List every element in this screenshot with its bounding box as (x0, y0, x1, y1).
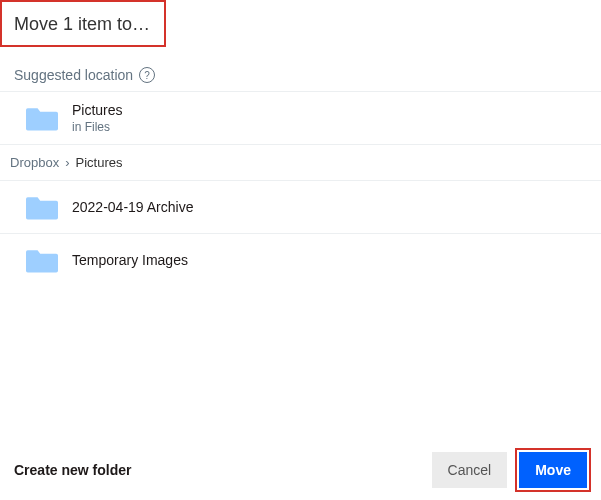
suggested-folder-sub: in Files (72, 120, 123, 134)
help-icon[interactable]: ? (139, 67, 155, 83)
move-button[interactable]: Move (519, 452, 587, 488)
suggested-location-label: Suggested location ? (0, 47, 601, 91)
breadcrumb-current: Pictures (75, 155, 122, 170)
suggested-label-text: Suggested location (14, 67, 133, 83)
folder-row[interactable]: 2022-04-19 Archive (0, 180, 601, 233)
folder-name: 2022-04-19 Archive (72, 199, 193, 215)
folder-icon (26, 104, 58, 132)
create-new-folder-link[interactable]: Create new folder (14, 462, 131, 478)
breadcrumb: Dropbox › Pictures (0, 145, 601, 180)
folder-icon (26, 246, 58, 274)
suggested-location-row[interactable]: Pictures in Files (0, 91, 601, 145)
dialog-title: Move 1 item to… (0, 0, 166, 47)
breadcrumb-root[interactable]: Dropbox (10, 155, 59, 170)
folder-name: Temporary Images (72, 252, 188, 268)
folder-icon (26, 193, 58, 221)
folder-row[interactable]: Temporary Images (0, 233, 601, 286)
chevron-right-icon: › (65, 155, 69, 170)
dialog-footer: Create new folder Cancel Move (0, 438, 601, 500)
cancel-button[interactable]: Cancel (432, 452, 508, 488)
suggested-folder-name: Pictures (72, 102, 123, 118)
